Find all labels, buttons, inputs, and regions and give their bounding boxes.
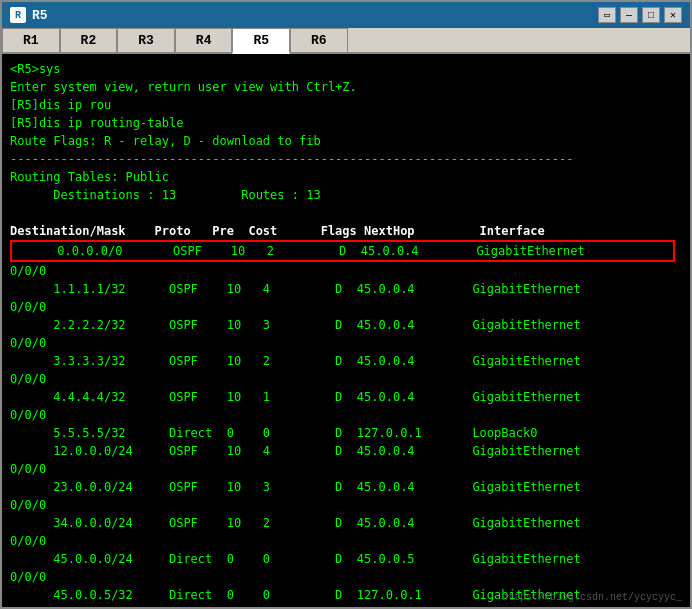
watermark: https://blog.csdn.net/ycycyyc_ [502, 592, 682, 603]
main-window: R R5 ▭ — □ ✕ R1 R2 R3 R4 R5 R6 <R5>sys E… [0, 0, 692, 609]
terminal-output: <R5>sys Enter system view, return user v… [10, 60, 682, 607]
minimize-btn[interactable]: — [620, 7, 638, 23]
maximize-btn[interactable]: □ [642, 7, 660, 23]
window-title: R5 [32, 8, 48, 23]
tab-r1[interactable]: R1 [2, 28, 60, 52]
tab-r4[interactable]: R4 [175, 28, 233, 52]
title-bar-left: R R5 [10, 7, 48, 23]
tab-r2[interactable]: R2 [60, 28, 118, 52]
tab-r3[interactable]: R3 [117, 28, 175, 52]
title-bar-controls: ▭ — □ ✕ [598, 7, 682, 23]
tab-r6[interactable]: R6 [290, 28, 348, 52]
close-btn[interactable]: ✕ [664, 7, 682, 23]
app-icon: R [10, 7, 26, 23]
tab-bar: R1 R2 R3 R4 R5 R6 [2, 28, 690, 54]
title-bar: R R5 ▭ — □ ✕ [2, 2, 690, 28]
tab-r5[interactable]: R5 [232, 28, 290, 54]
restore-btn[interactable]: ▭ [598, 7, 616, 23]
terminal-content[interactable]: <R5>sys Enter system view, return user v… [2, 54, 690, 607]
